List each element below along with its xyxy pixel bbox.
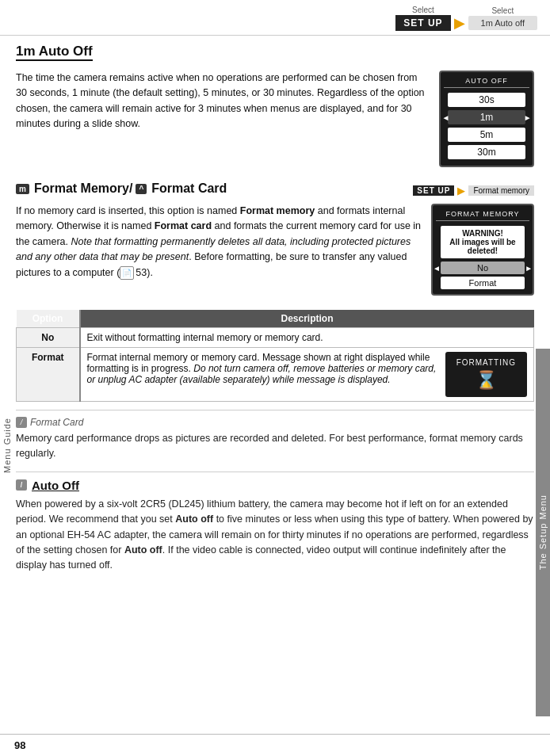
note1-title: Format Card bbox=[30, 417, 83, 428]
format-memory-icon: m bbox=[16, 184, 29, 194]
setup-breadcrumb-setup: SET UP bbox=[413, 185, 454, 196]
format-btn-row: ◄ No ► Format bbox=[441, 262, 525, 289]
format-screen-title: FORMAT MEMORY bbox=[436, 210, 529, 221]
note2-bold1: Auto off bbox=[175, 514, 213, 525]
note1-icon: / bbox=[16, 417, 27, 428]
page-footer: 98 bbox=[0, 734, 550, 756]
format-warning: WARNING!All images will be deleted! bbox=[441, 226, 525, 258]
setup-breadcrumb: SET UP ▶ Format memory bbox=[413, 185, 534, 197]
nav-right-value: 1m Auto off bbox=[468, 16, 537, 30]
sidebar-left-label: Menu Guide bbox=[2, 418, 12, 473]
table-header-description: Description bbox=[80, 310, 534, 328]
section2-text-part1: If no memory card is inserted, this opti… bbox=[16, 205, 421, 278]
camera-menu-item-5m: 5m bbox=[448, 128, 525, 142]
formatting-icon: ⌛ bbox=[456, 370, 516, 391]
main-content: 1m Auto Off The time the camera remains … bbox=[0, 44, 550, 574]
sidebar-right: The Setup Menu bbox=[536, 349, 550, 716]
sidebar-left: Menu Guide bbox=[0, 174, 14, 716]
note1-text: Memory card performance drops as picture… bbox=[16, 431, 534, 462]
table-row-format: Format FORMATTING ⌛ Format internal memo… bbox=[17, 348, 534, 402]
section2-text: If no memory card is inserted, this opti… bbox=[16, 204, 422, 296]
section2-title-text1: Format Memory/ bbox=[34, 181, 132, 196]
table-cell-option-format: Format bbox=[17, 348, 80, 402]
arrow-left-icon: ◄ bbox=[441, 113, 449, 122]
section2-body: If no memory card is inserted, this opti… bbox=[16, 204, 534, 296]
section1-title: 1m Auto Off bbox=[16, 44, 93, 61]
section2-italic: Note that formatting permanently deletes… bbox=[16, 236, 411, 262]
camera-screen-title: AUTO OFF bbox=[444, 77, 529, 88]
camera-menu-item-1m: ◄ 1m ► bbox=[448, 110, 525, 124]
nav-setup-box: SET UP bbox=[395, 15, 450, 31]
nav-select-right: Select 1m Auto off bbox=[468, 6, 537, 30]
formatting-label: FORMATTING bbox=[456, 358, 516, 367]
no-arrow-left-icon: ◄ bbox=[433, 264, 441, 273]
format-warning-text: WARNING!All images will be deleted! bbox=[449, 229, 515, 255]
arrow-right-icon: ► bbox=[524, 113, 532, 122]
section2-title-text2: Format Card bbox=[151, 181, 227, 196]
table-cell-desc-no: Exit without formatting internal memory … bbox=[80, 328, 534, 348]
table-cell-desc-format: FORMATTING ⌛ Format internal memory or m… bbox=[80, 348, 534, 402]
section2-ref: 📄 53 bbox=[120, 265, 147, 281]
breadcrumb-item: Format memory bbox=[468, 185, 534, 196]
top-navigation: Select SET UP ▶ Select 1m Auto off bbox=[0, 0, 550, 36]
format-btn-format: Format bbox=[441, 277, 525, 289]
format-card-icon: ^ bbox=[136, 184, 147, 194]
note2-section: / Auto Off When powered by a six-volt 2C… bbox=[16, 472, 534, 574]
note2-title: Auto Off bbox=[32, 479, 79, 492]
camera-menu-item-30s: 30s bbox=[448, 93, 525, 107]
note2-icon: / bbox=[16, 479, 27, 491]
nav-left-label: Select bbox=[412, 6, 434, 14]
camera-menu-item-30m: 30m bbox=[448, 145, 525, 159]
section2-bold2: Format card bbox=[155, 220, 212, 231]
option-table: Option Description No Exit without forma… bbox=[16, 310, 534, 402]
section2-title: m Format Memory/ ^ Format Card bbox=[16, 181, 227, 196]
section2-header-row: m Format Memory/ ^ Format Card SET UP ▶ … bbox=[16, 181, 534, 200]
section1-camera-screen: AUTO OFF 30s ◄ 1m ► 5m 30m bbox=[439, 71, 534, 167]
note1-section: / Format Card Memory card performance dr… bbox=[16, 410, 534, 462]
section2-header: m Format Memory/ ^ Format Card SET UP ▶ … bbox=[16, 181, 534, 200]
format-screen: FORMAT MEMORY WARNING!All images will be… bbox=[431, 204, 534, 296]
note2-text: When powered by a six-volt 2CR5 (DL245) … bbox=[16, 497, 534, 574]
format-btn-no: ◄ No ► bbox=[441, 262, 525, 274]
note2-title-row: / Auto Off bbox=[16, 479, 534, 492]
note1-title-row: / Format Card bbox=[16, 417, 534, 428]
formatting-box: FORMATTING ⌛ bbox=[445, 352, 527, 397]
table-cell-option-no: No bbox=[17, 328, 80, 348]
book-icon: 📄 bbox=[120, 266, 134, 281]
no-arrow-right-icon: ► bbox=[525, 264, 533, 273]
nav-right-label: Select bbox=[491, 6, 514, 15]
section1-text: The time the camera remains active when … bbox=[16, 71, 430, 167]
sidebar-right-label: The Setup Menu bbox=[538, 494, 548, 570]
nav-select-left: Select SET UP bbox=[395, 6, 450, 31]
note2-bold2: Auto off bbox=[124, 544, 162, 556]
nav-arrow-icon: ▶ bbox=[454, 14, 465, 32]
section1-title-text: 1m Auto Off bbox=[16, 44, 93, 59]
table-header-option: Option bbox=[17, 310, 80, 328]
section-auto-off-header: 1m Auto Off bbox=[16, 44, 534, 66]
section1-body: The time the camera remains active when … bbox=[16, 71, 534, 167]
table-row-no: No Exit without formatting internal memo… bbox=[17, 328, 534, 348]
section2-bold1: Format memory bbox=[240, 205, 315, 216]
breadcrumb-arrow-icon: ▶ bbox=[457, 185, 465, 197]
page-number: 98 bbox=[14, 739, 25, 751]
